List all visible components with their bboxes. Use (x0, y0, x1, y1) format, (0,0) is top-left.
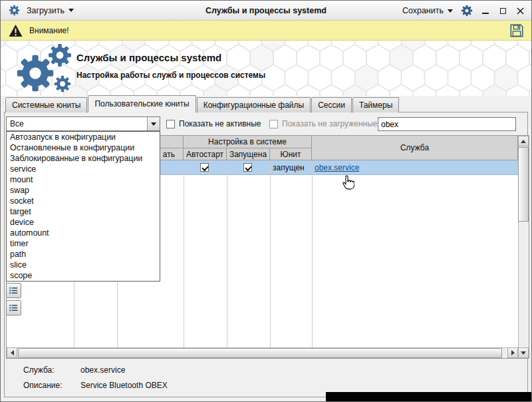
vertical-scroll-thumb[interactable] (518, 147, 529, 222)
dropdown-item[interactable]: target (7, 206, 160, 217)
dropdown-item[interactable]: timer (7, 238, 160, 249)
grid-line (312, 160, 313, 347)
scroll-down-button[interactable] (518, 347, 529, 358)
dropdown-arrow-icon (448, 9, 453, 13)
save-file-button[interactable] (509, 23, 524, 38)
checkbox-show-unloaded: Показать не загруженные (269, 116, 377, 131)
hero-banner: Службы и процессы systemd Настройка рабо… (1, 41, 531, 96)
service-value: obex.service (80, 365, 125, 375)
combobox-arrow-button[interactable] (147, 117, 160, 130)
column-header-unit[interactable]: Юнит (270, 148, 312, 160)
description-label: Описание: (23, 381, 63, 390)
hexagon-pattern (1, 41, 531, 96)
dropdown-item[interactable]: Заблокированные в конфигурации (7, 153, 160, 164)
tab-sessions[interactable]: Сессии (311, 97, 352, 112)
chevron-down-icon (151, 122, 156, 126)
arrow-left-icon (11, 350, 14, 355)
mini-list-button-2[interactable] (6, 300, 21, 315)
column-header-autostart[interactable]: Автостарт (184, 148, 227, 160)
arrow-down-icon (521, 351, 526, 355)
save-button-label: Сохранить (402, 6, 444, 15)
page-title: Службы и процессы systemd (76, 52, 221, 63)
bottom-panel (326, 392, 531, 401)
tab-config-files[interactable]: Конфигурационные файлы (197, 97, 311, 112)
grid-line (184, 160, 184, 347)
dropdown-item[interactable]: Остановленные в конфигурации (7, 142, 160, 153)
list-icon (9, 303, 19, 313)
combobox-value: Все (7, 117, 147, 130)
dropdown-item[interactable]: socket (7, 196, 160, 206)
close-button[interactable] (515, 5, 525, 16)
checkbox-box (166, 120, 175, 128)
autostart-checkbox[interactable] (200, 163, 209, 172)
settings-gear-button[interactable] (461, 5, 473, 17)
dropdown-item[interactable]: service (7, 164, 160, 174)
search-input[interactable] (378, 117, 516, 131)
dropdown-item[interactable]: Автозапуск в конфигурации (7, 132, 160, 142)
minimize-button[interactable] (481, 5, 490, 16)
service-link[interactable]: obex.service (315, 160, 359, 175)
dropdown-arrow-icon (68, 9, 74, 12)
running-checkbox[interactable] (243, 163, 252, 172)
scroll-up-button[interactable] (518, 136, 529, 146)
grid-line (227, 160, 227, 347)
list-icon (9, 286, 19, 296)
titlebar: Загрузить Службы и процессы systemd Сохр… (1, 1, 531, 21)
tab-user-units[interactable]: Пользовательские юниты (88, 95, 196, 112)
dropdown-item[interactable]: slice (7, 260, 160, 270)
maximize-button[interactable] (498, 5, 507, 16)
checkbox-show-inactive[interactable]: Показать не активные (166, 116, 261, 131)
dropdown-item[interactable]: swap (7, 185, 160, 196)
gears-logo-icon (10, 43, 75, 95)
unit-filter-combobox[interactable]: Все (6, 116, 160, 131)
service-label: Служба: (23, 365, 55, 375)
arrow-up-icon (521, 140, 526, 143)
page-subtitle: Настройка работы служб и процессов систе… (76, 71, 265, 80)
tab-system-units[interactable]: Системные юниты (5, 97, 87, 112)
warning-icon (8, 24, 23, 37)
scroll-right-button[interactable] (507, 347, 518, 358)
unit-state-cell: запущен (273, 160, 305, 175)
checkbox-box (269, 120, 278, 128)
column-header-service[interactable]: Служба (312, 136, 518, 160)
dropdown-item[interactable]: device (7, 217, 160, 228)
description-value: Service Bluetooth OBEX (80, 381, 168, 390)
floppy-icon (509, 23, 524, 38)
column-header-running[interactable]: Запущена (227, 148, 270, 160)
mini-list-button-1[interactable] (6, 283, 21, 298)
tab-bar: Системные юниты Пользовательские юниты К… (5, 95, 400, 112)
horizontal-scroll-thumb[interactable] (18, 348, 502, 358)
save-button[interactable]: Сохранить (402, 6, 453, 15)
dropdown-item[interactable]: scope (7, 270, 160, 281)
scroll-left-button[interactable] (7, 347, 17, 358)
column-group-header[interactable]: Настройка в системе (184, 136, 312, 148)
app-gear-icon (9, 5, 20, 16)
filter-dropdown-list: Автозапуск в конфигурации Остановленные … (6, 131, 160, 282)
tab-timers[interactable]: Таймеры (352, 97, 399, 112)
warning-text: Внимание! (29, 26, 69, 35)
grid-line (270, 160, 271, 347)
dropdown-item[interactable]: mount (7, 174, 160, 185)
dropdown-item[interactable]: automount (7, 228, 160, 238)
load-button-label: Загрузить (27, 6, 65, 15)
dropdown-item[interactable]: path (7, 249, 160, 260)
arrow-right-icon (511, 350, 515, 355)
load-button[interactable]: Загрузить (27, 6, 74, 15)
app-window: Загрузить Службы и процессы systemd Сохр… (0, 0, 532, 402)
warning-bar: Внимание! (1, 21, 531, 41)
